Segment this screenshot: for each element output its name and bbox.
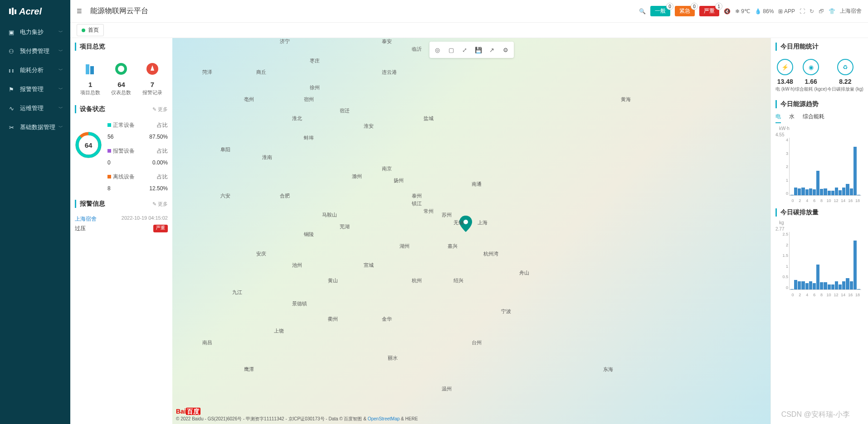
card-title: 报警信息✎ 更多: [75, 200, 168, 208]
trend-tab-total[interactable]: 综合能耗: [803, 113, 824, 123]
map-save-icon[interactable]: 💾: [472, 43, 485, 56]
building-icon: [81, 60, 99, 78]
map-marker[interactable]: [459, 216, 472, 233]
map-settings-icon[interactable]: ⚙: [499, 43, 512, 56]
bolt-icon: ⚡: [777, 59, 793, 75]
alarm-item[interactable]: 上海宿舍2022-10-19 04:15:02 过压严重: [75, 212, 168, 235]
map-share-icon[interactable]: ↗: [486, 43, 498, 56]
trend-tab-water[interactable]: 水: [789, 113, 795, 123]
nav-prepaid[interactable]: ⚇预付费管理﹀: [0, 42, 70, 61]
chevron-down-icon: ﹀: [59, 124, 63, 130]
nav-energy[interactable]: ⫾⫾能耗分析﹀: [0, 61, 70, 80]
ov-meters: 64仪表总数: [111, 60, 131, 96]
chevron-down-icon: ﹀: [59, 48, 63, 54]
nav-power[interactable]: ▣电力集抄﹀: [0, 23, 70, 42]
map-layer-icon[interactable]: ▢: [445, 43, 458, 56]
carbon-chart-card: 今日碳排放量 kg 2.77 2.521.510.50 024681012141…: [775, 208, 863, 298]
svg-rect-2: [15, 10, 16, 14]
energy-total: ◉1.66综合能耗 (kgce): [795, 59, 827, 92]
badge-critical[interactable]: 严重1: [699, 6, 719, 16]
bell-icon: [143, 60, 161, 78]
weather-temp: ❄ 9℃: [735, 8, 750, 14]
fullscreen-icon[interactable]: ⛶: [800, 8, 805, 14]
tabs-bar: 首页: [70, 23, 868, 38]
tab-home[interactable]: 首页: [77, 24, 104, 36]
refresh-icon[interactable]: ↻: [809, 8, 814, 14]
trend-chart: kW·h 4.55 43210 024681012141618: [775, 127, 863, 204]
energy-stats-card: 今日用能统计 ⚡13.48电 (kW·h) ◉1.66综合能耗 (kgce) ♻…: [775, 43, 863, 96]
wave-icon: ∿: [7, 105, 15, 112]
app-link[interactable]: ⊞ APP: [778, 8, 795, 14]
meter-icon: [112, 60, 130, 78]
device-status-card: 设备状态✎ 更多 64 正常设备占比5687.50%报警设备占比00.00%离线…: [75, 105, 168, 195]
header: ☰ 能源物联网云平台 🔍 一般0 紧急0 严重1 🔇 ❄ 9℃ 💧 86% ⊞ …: [70, 0, 868, 23]
gauge-icon: ◉: [803, 59, 819, 75]
sidebar: Acrel ▣电力集抄﹀ ⚇预付费管理﹀ ⫾⫾能耗分析﹀ ⚑报警管理﹀ ∿运维管…: [0, 0, 70, 424]
map-attribution: © 2022 Baidu - GS(2021)6026号 - 甲测资字11111…: [176, 416, 418, 422]
card-title: 今日能源趋势: [775, 100, 863, 108]
map-city-label: 上海: [478, 219, 488, 226]
svg-rect-1: [12, 8, 14, 15]
chevron-down-icon: ﹀: [59, 105, 63, 111]
svg-rect-4: [90, 66, 94, 74]
page-title: 能源物联网云平台: [90, 6, 148, 16]
nav-ops[interactable]: ∿运维管理﹀: [0, 99, 70, 118]
energy-carbon: ♻8.22今日碳排放量 (kg): [827, 59, 863, 92]
badge-normal[interactable]: 一般0: [650, 6, 670, 16]
osm-link[interactable]: OpenStreetMap: [368, 416, 400, 421]
weather-humid: 💧 86%: [755, 8, 774, 14]
menu-toggle-icon[interactable]: ☰: [77, 8, 82, 14]
nav-alarm[interactable]: ⚑报警管理﹀: [0, 80, 70, 99]
device-row: 正常设备占比5687.50%: [107, 118, 168, 144]
chevron-down-icon: ﹀: [59, 86, 63, 92]
energy-trend-card: 今日能源趋势 电 水 综合能耗 kW·h 4.55 43210 02468101…: [775, 100, 863, 204]
energy-elec: ⚡13.48电 (kW·h): [775, 59, 795, 92]
map[interactable]: ◎ ▢ ⤢ 💾 ↗ ⚙ 上海 南京苏州杭州合肥徐州常州扬州无锡南通宁波嘉兴湖州绍…: [172, 38, 770, 424]
card-title: 今日碳排放量: [775, 208, 863, 217]
chevron-down-icon: ﹀: [59, 67, 63, 73]
more-link[interactable]: ✎ 更多: [152, 201, 168, 207]
svg-point-10: [463, 220, 468, 224]
card-title: 设备状态✎ 更多: [75, 105, 168, 113]
ov-alarms: 7报警记录: [142, 60, 162, 96]
ov-projects: 1项目总数: [80, 60, 100, 96]
badge-urgent[interactable]: 紧急0: [675, 6, 695, 16]
card-title: 今日用能统计: [775, 43, 863, 51]
svg-point-6: [118, 66, 124, 72]
alert-icon: ⚑: [7, 86, 15, 93]
tools-icon: ✂: [7, 124, 15, 131]
gauge-icon: ▣: [7, 29, 15, 36]
user-icon: ⚇: [7, 48, 15, 55]
svg-rect-0: [9, 9, 11, 14]
card-title: 项目总览: [75, 43, 168, 51]
leaf-icon: ♻: [837, 59, 853, 75]
device-row: 报警设备占比00.00%: [107, 144, 168, 169]
device-row: 离线设备占比812.50%: [107, 169, 168, 195]
trend-tabs: 电 水 综合能耗: [775, 113, 863, 123]
map-fullscreen-icon[interactable]: ⤢: [458, 43, 471, 56]
baidu-logo: Bai百度: [176, 408, 200, 416]
chart-icon: ⫾⫾: [7, 67, 15, 74]
donut-chart: 64: [75, 131, 102, 159]
sound-icon[interactable]: 🔇: [724, 8, 731, 14]
alarm-info-card: 报警信息✎ 更多 上海宿舍2022-10-19 04:15:02 过压严重: [75, 200, 168, 235]
trend-tab-elec[interactable]: 电: [775, 113, 781, 123]
map-locate-icon[interactable]: ◎: [431, 43, 444, 56]
search-icon[interactable]: 🔍: [639, 8, 646, 14]
carbon-chart: kg 2.77 2.521.510.50 024681012141618: [775, 221, 863, 298]
nav-list: ▣电力集抄﹀ ⚇预付费管理﹀ ⫾⫾能耗分析﹀ ⚑报警管理﹀ ∿运维管理﹀ ✂基础…: [0, 23, 70, 137]
project-selector[interactable]: 上海宿舍: [840, 7, 862, 15]
chevron-down-icon: ﹀: [59, 29, 63, 35]
map-toolbar: ◎ ▢ ⤢ 💾 ↗ ⚙: [429, 42, 514, 58]
active-dot-icon: [82, 29, 85, 32]
brand-logo: Acrel: [0, 0, 70, 23]
project-overview-card: 项目总览 1项目总数 64仪表总数 7报警记录: [75, 43, 168, 101]
nav-basedata[interactable]: ✂基础数据管理﹀: [0, 118, 70, 137]
theme-icon[interactable]: 👕: [829, 8, 835, 14]
svg-rect-3: [86, 64, 89, 74]
layers-icon[interactable]: 🗗: [819, 8, 824, 14]
more-link[interactable]: ✎ 更多: [152, 106, 168, 113]
